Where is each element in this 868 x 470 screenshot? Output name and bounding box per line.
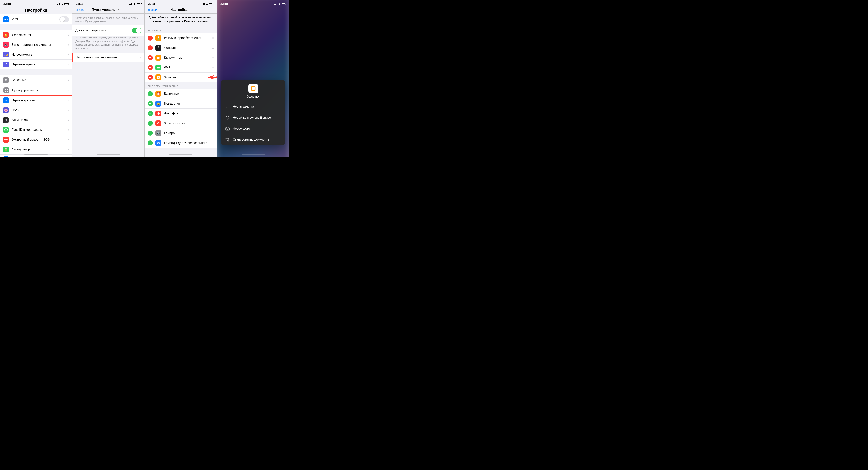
vpn-icon: VPN xyxy=(3,17,9,22)
status-bar-p2: 22:18 ▲ xyxy=(72,0,145,7)
notes-popup-icon xyxy=(248,84,258,93)
sounds-chevron: › xyxy=(68,43,69,47)
back-button-p3[interactable]: ‹ Назад xyxy=(148,8,158,12)
home-indicator-p2 xyxy=(97,154,120,155)
remove-wallet-button[interactable] xyxy=(148,65,153,70)
svg-point-20 xyxy=(227,128,228,129)
energy-drag-handle[interactable]: ≡ xyxy=(212,36,214,40)
calc-drag-handle[interactable]: ≡ xyxy=(212,56,214,60)
svg-rect-5 xyxy=(157,57,159,57)
control-item-wallet: Wallet ≡ xyxy=(145,63,217,72)
customize-title: Настройка xyxy=(158,8,200,12)
control-icon xyxy=(3,87,9,93)
vpn-toggle[interactable] xyxy=(59,17,69,22)
control-chevron: › xyxy=(68,89,69,92)
settings-row-dnd[interactable]: 🌙 Не беспокоить › xyxy=(0,50,72,60)
record-icon xyxy=(155,120,161,126)
display-icon: ☀ xyxy=(3,97,9,103)
add-camera-button[interactable]: + xyxy=(148,130,153,136)
siri-label: Siri и Поиск xyxy=(11,118,68,122)
torch-drag-handle[interactable]: ≡ xyxy=(212,46,214,50)
new-note-item[interactable]: Новая заметка xyxy=(221,101,285,112)
access-toggle[interactable] xyxy=(132,28,142,33)
battery-icon xyxy=(64,2,69,5)
notes-popup-panel: 22:18 ▲ Заметки xyxy=(217,0,289,157)
sos-icon: SOS xyxy=(3,137,9,143)
siri-icon: ◎ xyxy=(3,117,9,123)
notifications-chevron: › xyxy=(68,33,69,37)
voice-icon xyxy=(155,111,161,116)
calc-label: Калькулятор xyxy=(164,56,212,59)
control-item-record: + Запись экрана xyxy=(145,118,217,128)
svg-rect-2 xyxy=(5,91,6,92)
settings-row-sos[interactable]: SOS Экстренный вызов — SOS › xyxy=(0,135,72,145)
configure-label: Настроить элем. управления xyxy=(76,56,118,59)
settings-row-notifications[interactable]: 🔔 Уведомления › xyxy=(0,30,72,40)
time-p1: 22:18 xyxy=(3,2,11,5)
control-item-alarm: + ⏰ Будильник xyxy=(145,89,217,99)
svg-rect-10 xyxy=(158,58,159,59)
battery-icon-p4 xyxy=(282,2,286,5)
battery-chevron: › xyxy=(68,148,69,151)
wallet-icon xyxy=(155,65,161,70)
control-item-energy: 🔋 Режим энергосбережения ≡ xyxy=(145,33,217,43)
siri-chevron: › xyxy=(68,118,69,122)
settings-row-general[interactable]: ⚙ Основные › xyxy=(0,75,72,85)
remove-energy-button[interactable] xyxy=(148,35,153,40)
wifi-icon-p4: ▲ xyxy=(278,2,281,5)
settings-row-battery[interactable]: 🔋 Аккумулятор › xyxy=(0,145,72,154)
back-button-p2[interactable]: ‹ Назад xyxy=(75,8,85,12)
add-guided-button[interactable]: + xyxy=(148,101,153,106)
scan-doc-item[interactable]: Сканирование документа xyxy=(221,134,285,145)
wallet-drag-handle[interactable]: ≡ xyxy=(212,66,214,70)
guided-label: Гид-доступ xyxy=(164,102,214,105)
screentime-chevron: › xyxy=(68,63,69,66)
settings-row-display[interactable]: ☀ Экран и яркость › xyxy=(0,95,72,105)
torch-label: Фонарик xyxy=(164,46,212,50)
settings-row-sounds[interactable]: 🔊 Звуки, тактильные сигналы › xyxy=(0,40,72,50)
more-header: ЕЩЕ ЭЛЕМ. УПРАВЛЕНИЯ xyxy=(145,82,217,89)
status-icons-p1: ▲ xyxy=(57,2,69,5)
notes-drag-handle[interactable]: ≡ xyxy=(212,76,214,80)
display-chevron: › xyxy=(68,98,69,102)
svg-rect-11 xyxy=(159,58,159,59)
new-photo-label: Новое фото xyxy=(233,127,250,130)
settings-row-vpn[interactable]: VPN VPN xyxy=(0,14,72,24)
new-note-label: Новая заметка xyxy=(233,105,254,109)
battery-icon-p2 xyxy=(137,2,141,5)
status-bar-p4: 22:18 ▲ xyxy=(217,0,289,7)
status-icons-p2: ▲ xyxy=(129,2,141,5)
add-alarm-button[interactable]: + xyxy=(148,91,153,96)
status-bar-p3: 22:18 ▲ xyxy=(145,0,217,7)
control-item-shortcuts: + ⌘ Команды для Универсального... xyxy=(145,138,217,148)
status-icons-p4: ▲ xyxy=(274,2,286,5)
settings-row-siri[interactable]: ◎ Siri и Поиск › xyxy=(0,115,72,125)
sounds-icon: 🔊 xyxy=(3,42,9,48)
settings-row-faceid[interactable]: Face ID и код-пароль › xyxy=(0,125,72,135)
include-header: ВКЛЮЧИТЬ xyxy=(145,27,217,33)
new-checklist-item[interactable]: Новый контрольный список xyxy=(221,112,285,123)
remove-calc-button[interactable] xyxy=(148,55,153,60)
settings-row-screentime[interactable]: ⏱ Экранное время › xyxy=(0,60,72,69)
notes-control-label: Заметки xyxy=(164,76,212,79)
configure-row[interactable]: Настроить элем. управления › xyxy=(72,53,145,62)
svg-point-17 xyxy=(158,123,159,124)
configure-chevron: › xyxy=(140,56,141,59)
home-indicator-p1 xyxy=(25,154,48,155)
new-photo-item[interactable]: Новое фото xyxy=(221,123,285,134)
add-voice-button[interactable]: + xyxy=(148,111,153,116)
add-record-button[interactable]: + xyxy=(148,121,153,126)
access-label: Доступ в программах xyxy=(75,29,106,32)
settings-row-wallpaper[interactable]: 🌸 Обои › xyxy=(0,105,72,115)
dnd-label: Не беспокоить xyxy=(11,53,68,56)
add-shortcuts-button[interactable]: + xyxy=(148,141,153,145)
notes-popup: Заметки Новая заметка Новый контрольный … xyxy=(221,80,285,145)
wallpaper-icon: 🌸 xyxy=(3,107,9,113)
signal-icon-p4 xyxy=(274,2,277,5)
remove-notes-button[interactable] xyxy=(148,75,153,80)
control-label: Пункт управления xyxy=(12,89,68,92)
remove-torch-button[interactable] xyxy=(148,45,153,50)
control-item-calc: Калькулятор ≡ xyxy=(145,53,217,63)
svg-rect-6 xyxy=(157,58,158,58)
settings-row-control[interactable]: Пункт управления › xyxy=(0,85,72,95)
